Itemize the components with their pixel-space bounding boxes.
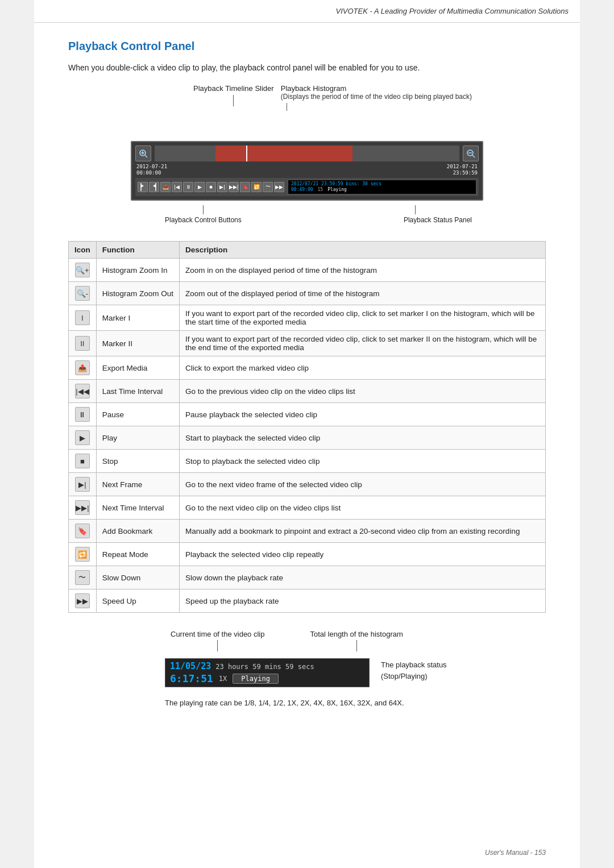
icon-3: II <box>75 336 90 351</box>
description-cell-9: Go to the next video frame of the select… <box>180 473 546 496</box>
status-playing: Playing <box>233 674 279 684</box>
marker2-btn[interactable] <box>149 182 159 192</box>
diagram-container: Playback Timeline Slider Playback Histog… <box>131 84 483 224</box>
marker1-btn[interactable] <box>138 182 148 192</box>
description-cell-13: Slow down the playback rate <box>180 566 546 589</box>
table-row: 🔁 Repeat Mode Playback the selected vide… <box>69 543 546 566</box>
zoom-in-icon[interactable] <box>135 146 151 161</box>
function-cell-7: Play <box>96 426 179 450</box>
playing-status-label: The playback status(Stop/Playing) <box>381 659 447 682</box>
description-cell-6: Pause playback the selected video clip <box>180 403 546 426</box>
play-btn[interactable]: ▶ <box>194 182 205 192</box>
playback-panel: 2012-07-21 00:00:00 2012-07-21 23:59:59 … <box>131 141 483 201</box>
controls-row: 📤 |◀ ⏸ ▶ ■ ▶| ▶▶| 🔖 🔁 〜 ▶▶ 2012/07/21 23… <box>135 178 479 197</box>
icon-2: I <box>75 310 90 325</box>
svg-line-1 <box>145 155 147 157</box>
repeat-btn[interactable]: 🔁 <box>251 182 262 192</box>
description-cell-0: Zoom in on the displayed period of time … <box>180 259 546 282</box>
table-row: I Marker I If you want to export part of… <box>69 305 546 331</box>
description-cell-1: Zoom out of the displayed period of time… <box>180 282 546 305</box>
icon-6: ⏸ <box>75 407 90 422</box>
table-row: ⏸ Pause Pause playback the selected vide… <box>69 403 546 426</box>
panel-top-row <box>135 146 479 161</box>
status-line2: 6:17:51 1X Playing <box>170 672 364 684</box>
function-cell-9: Next Frame <box>96 473 179 496</box>
icon-1: 🔍- <box>75 286 90 301</box>
next-frame-btn[interactable]: ▶| <box>217 182 227 192</box>
function-cell-13: Slow Down <box>96 566 179 589</box>
function-cell-14: Speed Up <box>96 589 179 613</box>
table-row: 🔖 Add Bookmark Manually add a bookmark t… <box>69 520 546 543</box>
icon-cell-7: ▶ <box>69 426 97 450</box>
svg-marker-10 <box>153 184 156 188</box>
table-row: 🔍+ Histogram Zoom In Zoom in on the disp… <box>69 259 546 282</box>
icon-cell-13: 〜 <box>69 566 97 589</box>
function-cell-1: Histogram Zoom Out <box>96 282 179 305</box>
prev-interval-btn[interactable]: |◀ <box>172 182 182 192</box>
status-rate: 1X <box>219 675 227 683</box>
icon-12: 🔁 <box>75 547 90 562</box>
histogram-label: Playback Histogram (Displays the period … <box>281 84 472 111</box>
function-cell-10: Next Time Interval <box>96 496 179 520</box>
col-function-header: Function <box>96 242 179 259</box>
svg-line-5 <box>472 155 475 157</box>
icon-cell-2: I <box>69 305 97 331</box>
icon-cell-9: ▶| <box>69 473 97 496</box>
timestamp-left: 2012-07-21 00:00:00 <box>136 164 167 176</box>
timestamp-right: 2012-07-21 23:59:59 <box>447 164 478 176</box>
table-row: 🔍- Histogram Zoom Out Zoom out of the di… <box>69 282 546 305</box>
histogram-slider[interactable] <box>246 146 247 161</box>
header-bar: VIVOTEK - A Leading Provider of Multimed… <box>34 0 580 23</box>
pause-btn[interactable]: ⏸ <box>183 182 193 192</box>
table-row: 📤 Export Media Click to export the marke… <box>69 356 546 380</box>
playing-rate-note: The playing rate can be 1/8, 1/4, 1/2, 1… <box>165 699 449 707</box>
stop-btn[interactable]: ■ <box>206 182 216 192</box>
export-btn[interactable]: 📤 <box>160 182 171 192</box>
footer: User's Manual - 153 <box>485 849 546 857</box>
icon-cell-8: ■ <box>69 450 97 473</box>
table-row: 〜 Slow Down Slow down the playback rate <box>69 566 546 589</box>
description-cell-7: Start to playback the selected video cli… <box>180 426 546 450</box>
total-length-label: Total length of the histogram <box>310 630 403 651</box>
page: VIVOTEK - A Leading Provider of Multimed… <box>34 0 580 868</box>
function-cell-4: Export Media <box>96 356 179 380</box>
zoom-out-icon[interactable] <box>463 146 479 161</box>
next-interval-btn[interactable]: ▶▶| <box>229 182 239 192</box>
table-row: ▶ Play Start to playback the selected vi… <box>69 426 546 450</box>
icon-cell-12: 🔁 <box>69 543 97 566</box>
function-cell-8: Stop <box>96 450 179 473</box>
description-cell-14: Speed up the playback rate <box>180 589 546 613</box>
function-cell-3: Marker II <box>96 331 179 356</box>
function-cell-5: Last Time Interval <box>96 380 179 403</box>
slow-btn[interactable]: 〜 <box>263 182 273 192</box>
description-cell-2: If you want to export part of the record… <box>180 305 546 331</box>
status-time: 6:17:51 <box>170 672 213 684</box>
description-cell-3: If you want to export part of the record… <box>180 331 546 356</box>
col-icon-header: Icon <box>69 242 97 259</box>
icon-14: ▶▶ <box>75 593 90 608</box>
fast-btn[interactable]: ▶▶ <box>274 182 284 192</box>
icon-cell-0: 🔍+ <box>69 259 97 282</box>
icon-cell-5: |◀◀ <box>69 380 97 403</box>
table-row: ■ Stop Stop to playback the selected vid… <box>69 450 546 473</box>
status-date: 11/05/23 <box>170 661 211 671</box>
table-row: ▶▶ Speed Up Speed up the playback rate <box>69 589 546 613</box>
icon-0: 🔍+ <box>75 263 90 277</box>
description-cell-11: Manually add a bookmark to pinpoint and … <box>180 520 546 543</box>
icon-7: ▶ <box>75 430 90 445</box>
status-panel-box: 11/05/23 23 hours 59 mins 59 secs 6:17:5… <box>165 658 370 687</box>
function-cell-11: Add Bookmark <box>96 520 179 543</box>
section-title: Playback Control Panel <box>68 40 546 53</box>
icon-cell-3: II <box>69 331 97 356</box>
function-cell-2: Marker I <box>96 305 179 331</box>
bookmark-btn[interactable]: 🔖 <box>240 182 250 192</box>
table-row: ▶▶| Next Time Interval Go to the next vi… <box>69 496 546 520</box>
icon-4: 📤 <box>75 360 90 375</box>
intro-text: When you double-click a video clip to pl… <box>68 62 546 74</box>
description-cell-10: Go to the next video clip on the video c… <box>180 496 546 520</box>
current-time-label: Current time of the video clip <box>171 630 264 651</box>
buttons-label: Playback Control Buttons <box>165 216 242 224</box>
annotation-area: Playback Control Buttons Playback Status… <box>131 205 483 224</box>
svg-marker-8 <box>141 184 144 188</box>
function-cell-0: Histogram Zoom In <box>96 259 179 282</box>
